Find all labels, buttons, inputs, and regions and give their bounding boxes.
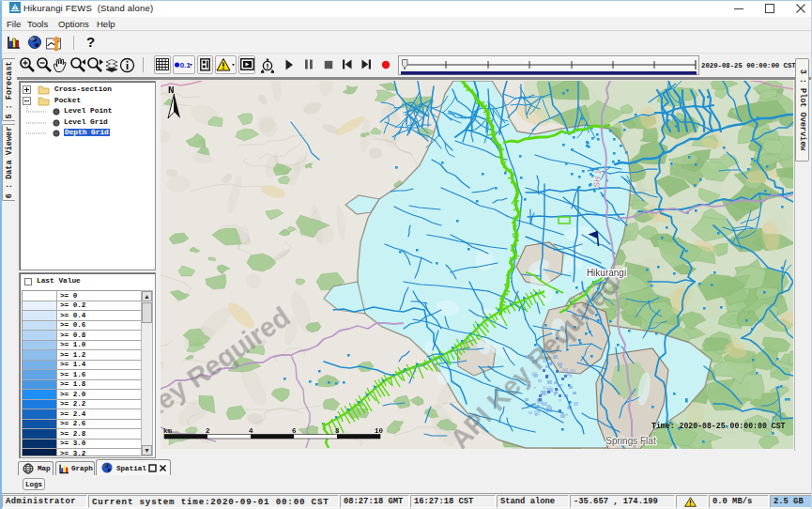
svg-text:0.1: 0.1: [180, 61, 192, 69]
svg-text:N: N: [168, 85, 175, 96]
svg-text:2: 2: [206, 427, 210, 435]
svg-text:4: 4: [249, 427, 253, 435]
svg-text:Hikurangi: Hikurangi: [587, 268, 626, 278]
svg-text:8: 8: [335, 427, 340, 435]
svg-text:km: km: [163, 427, 173, 435]
svg-text:Springs Flat: Springs Flat: [605, 436, 656, 446]
svg-text:10: 10: [375, 427, 384, 435]
svg-text:Time: 2020-08-25 00:00:00 CST: Time: 2020-08-25 00:00:00 CST: [651, 422, 786, 430]
svg-text:6: 6: [292, 427, 297, 435]
